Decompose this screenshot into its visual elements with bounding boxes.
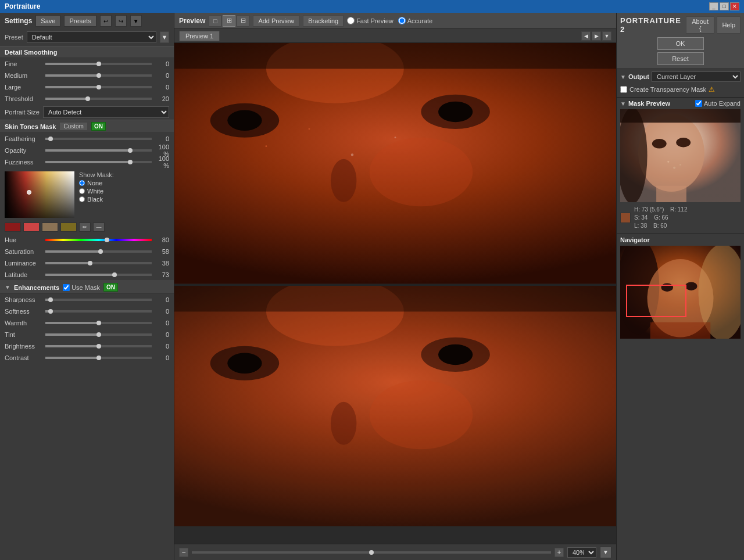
undo-button[interactable]: ↩ [100,15,112,27]
title-bar: Portraiture _ □ ✕ [0,0,744,13]
swatch-red[interactable] [5,222,21,232]
quality-radio-group: Fast Preview Accurate [347,17,432,24]
swatch-pink[interactable] [23,222,40,232]
eyedropper-tool[interactable]: ✏ [79,222,91,232]
hue-slider-row: Hue 80 [0,234,174,246]
preview-tab-1[interactable]: Preview 1 [179,31,220,41]
view-split-button[interactable]: ⊞ [223,15,235,27]
feathering-slider[interactable] [45,138,152,140]
zoom-slider[interactable] [192,551,551,554]
app-title: Portraiture [5,2,40,10]
use-mask-checkbox[interactable] [63,284,70,291]
presets-button[interactable]: Presets [64,15,96,27]
preset-dropdown-arrow[interactable]: ▼ [160,31,169,43]
redo-button[interactable]: ↪ [115,15,127,27]
show-mask-black[interactable]: Black [79,196,114,203]
medium-slider[interactable] [45,74,152,77]
tab-next-button[interactable]: ▶ [592,31,601,41]
bracketing-button[interactable]: Bracketing [303,15,344,27]
softness-slider-row: Softness 0 [0,306,174,317]
fine-value: 0 [152,60,169,67]
fuzziness-slider[interactable] [45,161,152,163]
reset-button[interactable]: Reset [657,52,704,65]
opacity-slider[interactable] [45,149,152,152]
saturation-slider[interactable] [45,250,152,253]
warmth-slider[interactable] [45,322,152,324]
latitude-slider[interactable] [45,274,152,276]
portrait-size-select[interactable]: Auto Detect [43,106,169,118]
swatch-gold[interactable] [60,222,77,232]
opacity-slider-row: Opacity 100 % [0,145,174,156]
show-mask-white-radio[interactable] [79,188,85,194]
color-swatches-row: ✏ — [0,221,174,234]
enhancements-on-badge[interactable]: ON [103,283,118,292]
tab-menu-button[interactable]: ▼ [602,31,611,41]
latitude-value: 73 [152,271,169,278]
hue-slider[interactable] [45,239,152,241]
about-button[interactable]: About { [686,16,714,34]
enhancements-collapse[interactable]: ▼ [5,284,10,290]
settings-header: Settings Save Presets ↩ ↪ ▼ [0,13,174,29]
threshold-slider[interactable] [45,98,152,100]
save-button[interactable]: Save [35,15,60,27]
show-mask-white[interactable]: White [79,188,114,195]
create-mask-checkbox[interactable] [620,86,627,93]
preset-select[interactable]: Default [27,31,156,43]
softness-slider[interactable] [45,310,152,313]
show-mask-black-radio[interactable] [79,196,85,202]
luminance-slider[interactable] [45,262,152,264]
maximize-button[interactable]: □ [720,2,729,10]
svg-point-20 [331,401,356,444]
swatch-tan[interactable] [42,222,58,232]
navigator-label: Navigator [620,236,741,243]
sharpness-slider[interactable] [45,299,152,301]
minimize-button[interactable]: _ [709,2,718,10]
navigator-image[interactable] [620,246,741,339]
brightness-slider[interactable] [45,345,152,347]
zoom-in-button[interactable]: + [555,548,564,557]
ok-button[interactable]: OK [657,37,704,50]
show-mask-none[interactable]: None [79,180,114,186]
output-collapse[interactable]: ▼ [620,74,626,80]
zoom-out-button[interactable]: − [179,548,188,557]
output-select[interactable]: Current Layer [652,71,741,82]
sharpness-slider-row: Sharpness 0 [0,294,174,306]
contrast-slider[interactable] [45,357,152,359]
options-button[interactable]: ▼ [130,15,142,27]
preview-tabs: Preview 1 ◀ ▶ ▼ [174,29,616,43]
large-slider[interactable] [45,86,152,88]
zoom-select[interactable]: 40% 25% 50% 100% [567,547,596,558]
medium-slider-row: Medium 0 [0,70,174,81]
close-button[interactable]: ✕ [730,2,739,10]
skin-mask-on-badge[interactable]: ON [91,122,106,131]
fine-slider[interactable] [45,63,152,65]
svg-point-4 [438,102,473,123]
svg-point-17 [227,353,262,374]
auto-expand-checkbox[interactable] [695,100,702,107]
fast-preview-radio[interactable] [347,17,355,24]
show-mask-none-radio[interactable] [79,180,85,186]
minus-tool[interactable]: — [93,222,105,232]
add-preview-button[interactable]: Add Preview [253,15,299,27]
svg-point-22 [370,380,473,448]
view-single-button[interactable]: □ [209,15,221,27]
view-compare-button[interactable]: ⊟ [237,15,249,27]
svg-point-5 [331,159,356,202]
use-mask-check[interactable]: Use Mask [63,284,100,291]
warmth-label: Warmth [5,320,45,326]
navigator-viewport[interactable] [626,285,686,317]
svg-point-12 [351,153,353,156]
tint-slider[interactable] [45,333,152,336]
help-button[interactable]: Help [717,16,741,34]
create-mask-row: Create Transparency Mask ⚠ [620,84,741,95]
mask-preview-collapse[interactable]: ▼ [620,100,626,107]
zoom-dropdown[interactable]: ▼ [600,547,611,558]
custom-badge[interactable]: Custom [59,122,87,131]
tab-prev-button[interactable]: ◀ [581,31,591,41]
accurate-radio[interactable] [398,17,406,24]
accurate-label[interactable]: Accurate [398,17,432,24]
color-gradient[interactable] [5,171,74,218]
fast-preview-label[interactable]: Fast Preview [347,17,394,24]
settings-title: Settings [5,17,32,25]
fine-slider-row: Fine 0 [0,58,174,70]
